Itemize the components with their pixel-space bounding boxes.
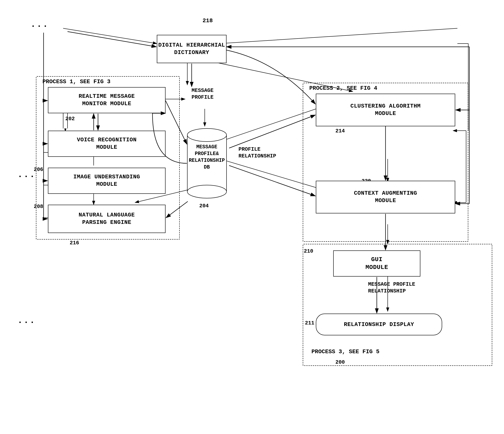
dots-top-left: ... [30, 20, 49, 29]
ref-218: 218 [203, 18, 213, 24]
db-label: MESSAGE PROFILE& RELATIONSHIP DB [188, 144, 226, 171]
ref-208: 208 [34, 204, 43, 210]
ref-204: 204 [199, 203, 209, 209]
ref-210: 210 [304, 248, 313, 254]
digital-hierarchical-dictionary-box: DIGITAL HIERARCHIAL DICTIONARY [157, 35, 226, 63]
image-understanding-box: IMAGE UNDERSTANDING MODULE [48, 168, 166, 194]
voice-recognition-box: VOICE RECOGNITION MODULE [48, 131, 166, 157]
process2-label: PROCESS 2, SEE FIG 4 [309, 85, 377, 91]
svg-line-5 [220, 28, 457, 44]
gui-module-box: GUI MODULE [333, 250, 420, 276]
message-profile-relationship-label: MESSAGE PROFILE RELATIONSHIP [368, 281, 442, 294]
clustering-algorithm-box: CLUSTERING ALGORITHM MODULE [316, 94, 455, 126]
ref-211: 211 [305, 320, 314, 326]
process1-label: PROCESS 1, SEE FIG 3 [43, 78, 110, 85]
process3-label: PROCESS 3, SEE FIG 5 [311, 348, 379, 355]
ref-216: 216 [70, 240, 79, 246]
svg-point-32 [187, 128, 226, 142]
svg-line-4 [63, 28, 157, 44]
relationship-display-box: RELATIONSHIP DISPLAY [316, 314, 442, 335]
message-profile-label: MESSAGE PROFILE [181, 87, 224, 101]
dots-left-middle: ... [18, 170, 36, 180]
dots-left-bottom: ... [18, 316, 36, 326]
ref-214: 214 [335, 128, 345, 134]
ref-206: 206 [34, 167, 43, 172]
context-augmenting-box: CONTEXT AUGMENTING MODULE [316, 181, 455, 213]
diagram-container: ... ... ... 218 DIGITAL HIERARCHIAL DICT… [0, 0, 504, 434]
ref-202: 202 [65, 116, 75, 122]
realtime-message-monitor-box: REALTIME MESSAGE MONITOR MODULE [48, 87, 166, 113]
svg-point-33 [187, 185, 226, 198]
natural-language-parsing-box: NATURAL LANGUAGE PARSING ENGINE [48, 205, 166, 233]
ref-200: 200 [335, 359, 345, 365]
profile-relationship-label: PROFILE RELATIONSHIP [238, 146, 282, 159]
